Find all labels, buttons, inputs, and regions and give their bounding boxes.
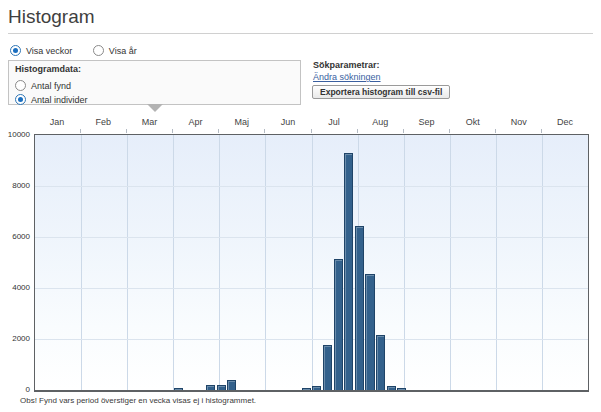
histogram-bar-week-14 (174, 388, 183, 390)
radio-option-visa-veckor[interactable]: Visa veckor (10, 41, 72, 59)
panel-pointer-arrow-icon (147, 104, 163, 112)
month-label: Nov (496, 117, 542, 129)
month-tick (264, 129, 265, 133)
histogram-bar-week-33 (376, 335, 385, 390)
y-axis-tick-label: 6000 (0, 232, 30, 241)
y-gridline (35, 186, 588, 187)
y-axis-tick-label: 2000 (0, 334, 30, 343)
month-label: Jun (265, 117, 311, 129)
month-gridline (496, 135, 497, 390)
radio-label-antal-individer: Antal individer (31, 95, 88, 105)
month-label: Sep (403, 117, 449, 129)
histogram-bar-week-35 (397, 388, 406, 390)
month-label: Jan (34, 117, 80, 129)
month-gridline (312, 135, 313, 390)
export-csv-button[interactable]: Exportera histogram till csv-fil (312, 85, 450, 99)
histogram-bar-week-18 (217, 385, 226, 390)
month-label: Maj (219, 117, 265, 129)
page-title: Histogram (8, 6, 95, 28)
radio-option-antal-individer[interactable]: Antal individer (15, 90, 88, 108)
month-label: Dec (542, 117, 588, 129)
histogram-page: Histogram Visa veckor Visa år Histogramd… (0, 0, 601, 412)
month-gridline (450, 135, 451, 390)
histogram-plot-area (34, 134, 589, 392)
month-axis-labels: JanFebMarAprMajJunJulAugSepOktNovDec (34, 117, 588, 129)
title-divider (8, 33, 593, 34)
y-axis-tick-label: 4000 (0, 283, 30, 292)
histogram-bar-week-26 (302, 388, 311, 390)
radio-option-visa-ar[interactable]: Visa år (93, 41, 137, 59)
month-tick (541, 129, 542, 133)
month-gridline (81, 135, 82, 390)
histogram-bar-week-29 (334, 259, 343, 390)
month-tick (218, 129, 219, 133)
month-label: Okt (450, 117, 496, 129)
radio-label-visa-veckor: Visa veckor (26, 46, 72, 56)
histogram-bar-week-31 (355, 226, 364, 390)
radio-icon-antal-individer[interactable] (15, 94, 26, 105)
month-tick (403, 129, 404, 133)
histogramdata-panel: Histogramdata: Antal fynd Antal individe… (8, 60, 301, 105)
y-axis-tick-label: 10000 (0, 130, 30, 139)
month-label: Jul (311, 117, 357, 129)
histogram-bar-week-30 (344, 153, 353, 390)
y-gridline (35, 339, 588, 340)
month-tick (495, 129, 496, 133)
month-gridline (542, 135, 543, 390)
month-tick (449, 129, 450, 133)
month-label: Feb (80, 117, 126, 129)
radio-icon-visa-ar[interactable] (93, 45, 104, 56)
month-gridline (219, 135, 220, 390)
y-gridline (35, 237, 588, 238)
y-gridline (35, 288, 588, 289)
month-gridline (265, 135, 266, 390)
month-tick (357, 129, 358, 133)
month-gridline (404, 135, 405, 390)
month-label: Mar (126, 117, 172, 129)
histogram-bar-week-27 (312, 386, 321, 390)
y-axis-tick-label: 0 (0, 385, 30, 394)
month-label: Aug (357, 117, 403, 129)
y-axis-tick-label: 8000 (0, 181, 30, 190)
change-search-link[interactable]: Ändra sökningen (313, 72, 381, 82)
month-tick (126, 129, 127, 133)
search-parameters-title: Sökparametrar: (313, 60, 380, 70)
month-tick (80, 129, 81, 133)
histogram-bar-week-17 (206, 385, 215, 390)
histogram-bar-week-28 (323, 345, 332, 390)
radio-icon-visa-veckor[interactable] (10, 45, 21, 56)
histogram-bar-week-34 (387, 386, 396, 390)
month-gridline (127, 135, 128, 390)
view-toggle-group: Visa veckor Visa år (10, 41, 153, 59)
histogramdata-panel-title: Histogramdata: (15, 64, 81, 74)
month-tick (172, 129, 173, 133)
footer-note: Obs! Fynd vars period överstiger en veck… (20, 396, 256, 405)
histogram-bar-week-32 (365, 274, 374, 390)
radio-label-visa-ar: Visa år (109, 46, 137, 56)
histogram-bar-week-19 (227, 380, 236, 390)
month-gridline (173, 135, 174, 390)
month-tick (311, 129, 312, 133)
month-label: Apr (173, 117, 219, 129)
